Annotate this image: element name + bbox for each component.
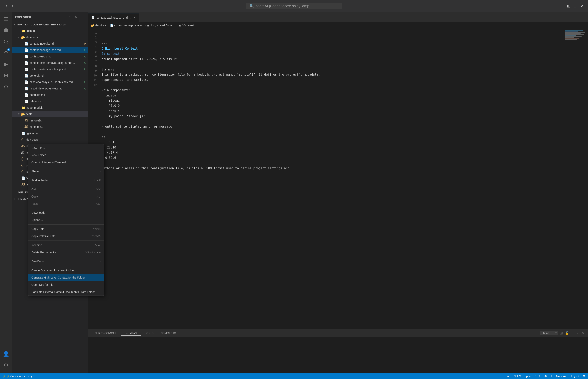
md-file-icon: 📄 [24,80,29,84]
misc-index-file[interactable]: 📄 misc-index-js-overview.md U [12,85,88,92]
breadcrumb-devdocs[interactable]: 📂 dev-docs [91,24,106,27]
context-package-badge: U [84,49,86,52]
collapse-button[interactable]: ⋯ [79,15,85,20]
tests-folder[interactable]: ▼ 📂 tests [12,111,88,117]
tests-folder-name: tests [26,112,86,116]
debug-console-tab[interactable]: DEBUG CONSOLE [91,331,120,335]
removeb-file[interactable]: JS removeB… [12,117,88,124]
split-view-button[interactable]: ⊞ [567,4,570,8]
maximize-button[interactable]: □ [573,4,576,8]
share-menu-item[interactable]: Share › [28,168,104,175]
general-filename: general.md [30,74,86,77]
misc-index-filename: misc-index-js-overview.md [30,87,83,90]
extensions-activity-icon[interactable]: ⊞ [1,70,11,80]
github-folder[interactable]: › 📁 .github [12,28,88,34]
code-editor[interactable]: 1234 5678 9101112 --- # High Level Conte… [88,29,564,329]
terminal-tab-bar: DEBUG CONSOLE TERMINAL PORTS COMMENTS Ta… [88,329,588,337]
remote-activity-icon[interactable]: ⊙ [1,81,11,92]
copy-menu-item[interactable]: Copy ⌘C [28,193,104,200]
settings-activity-icon[interactable]: ⚙ [1,360,11,370]
layout[interactable]: Layout: U.S. [571,375,586,378]
source-control-activity-icon[interactable]: 8 [1,48,11,58]
titlebar-search-bar[interactable]: 🔍 spriteAI [Codespaces: shiny lamp] [246,3,342,9]
context-index-file[interactable]: 📄 context-index.js.md M [12,40,88,47]
forward-button[interactable]: › [10,3,15,9]
chevron-right-icon: › [18,106,21,109]
new-file-button[interactable]: + [63,15,67,20]
sprite-test-file[interactable]: JS sprite.tes… [12,124,88,130]
open-terminal-menu-item[interactable]: Open in Integrated Terminal [28,159,104,166]
terminal-lock-button[interactable]: 🔒 [565,331,569,335]
populate-file[interactable]: 📄 populate.md [12,92,88,98]
terminal-close-button[interactable]: ✕ [582,331,585,335]
mini-line [565,35,576,36]
close-search-button[interactable]: ✕ [580,3,584,9]
copy-relative-path-menu-item[interactable]: Copy Relative Path ⇧⌥⌘C [28,233,104,240]
remote-status[interactable]: ⚡ ⚡ Codespaces: shiny la… [2,375,38,378]
breadcrumb-file[interactable]: 📄 context-package.json.md [110,24,143,27]
chevron-down-icon: ▼ [14,23,17,26]
terminal-more-button[interactable]: ⋯ [571,331,575,335]
context-tests-remove-filename: context-tests-removeBackground.t… [30,61,83,64]
tab-close-button[interactable]: ✕ [133,16,136,20]
explorer-activity-icon[interactable] [1,25,11,36]
open-doc-for-file-menu-item[interactable]: Open Doc for File [28,281,104,288]
reference-filename: reference [30,100,86,103]
new-folder-menu-item[interactable]: New Folder… [28,152,104,159]
mini-line [565,34,584,35]
generate-high-level-context-menu-item[interactable]: Generate High Level Context for the Fold… [28,274,104,281]
node-modules-folder[interactable]: › 📁 node_modul… [12,104,88,111]
tasks-dropdown[interactable]: Tasks [540,331,558,335]
cursor-position[interactable]: Ln 15, Col 21 [506,375,521,378]
workspace-root[interactable]: ▼ SPRITEAI [CODESPACES: SHINY LAMP] [12,21,88,28]
create-document-menu-item[interactable]: Create Document for current folder [28,267,104,274]
misc-cool-file[interactable]: 📄 misc-cool-ways-to-use-this-sdk.md U [12,79,88,85]
context-tests-remove-file[interactable]: 📄 context-tests-removeBackground.t… U [12,60,88,66]
ports-tab[interactable]: PORTS [141,331,157,335]
search-activity-icon[interactable] [1,36,11,47]
run-activity-icon[interactable]: ▶ [1,59,11,69]
gitignore-file[interactable]: 📄 .gitignore [12,130,88,137]
download-menu-item[interactable]: Download… [28,209,104,216]
menu-activity-icon[interactable]: ☰ [1,14,11,24]
new-folder-button[interactable]: ⊕ [68,15,72,20]
active-tab[interactable]: 📄 context-package.json.md U ✕ [88,13,139,22]
line-ending[interactable]: LF [550,375,553,378]
menu-separator [28,266,104,266]
copy-path-menu-item[interactable]: Copy Path ⌥⌘C [28,225,104,233]
md-file-icon: 📄 [24,74,29,78]
account-activity-icon[interactable]: 👤 [1,348,11,359]
context-package-file[interactable]: 📄 context-package.json.md U [12,47,88,53]
terminal-maximize-button[interactable]: ⤢ [577,331,580,335]
dev-docs-menu-item[interactable]: Dev-Docs › [28,258,104,265]
refresh-button[interactable]: ↻ [74,15,78,20]
devdocs-json-file[interactable]: {} dev-docs.… [12,137,88,143]
context-test-filename: context-test.js.md [30,55,83,58]
spaces[interactable]: Spaces: 3 [525,375,536,378]
populate-external-context-menu-item[interactable]: Populate External Context Documents From… [28,288,104,296]
encoding[interactable]: UTF-8 [539,375,547,378]
reference-file[interactable]: 📄 reference [12,98,88,104]
breadcrumb-heading1[interactable]: ⊞ # High Level Context [147,24,175,27]
context-test-file[interactable]: 📄 context-test.js.md U [12,53,88,60]
sidebar-title: EXPLORER [15,16,31,19]
find-in-folder-menu-item[interactable]: Find in Folder… ⇧⌥F [28,177,104,184]
comments-tab[interactable]: COMMENTS [158,331,179,335]
breadcrumb: 📂 dev-docs › 📄 context-package.json.md ›… [88,22,588,29]
terminal-tab[interactable]: TERMINAL [121,331,141,336]
devdocs-folder[interactable]: ▼ 📂 dev-docs [12,34,88,40]
terminal-split-button[interactable]: ⊞ [560,331,563,335]
delete-permanently-menu-item[interactable]: Delete Permanently ⌘Backspace [28,249,104,256]
mini-line [565,38,579,39]
terminal-area: DEBUG CONSOLE TERMINAL PORTS COMMENTS Ta… [88,329,588,373]
cut-menu-item[interactable]: Cut ⌘X [28,186,104,193]
language-mode[interactable]: Markdown [556,375,568,378]
upload-menu-item[interactable]: Upload… [28,216,104,223]
back-button[interactable]: ‹ [4,3,9,9]
general-file[interactable]: 📄 general.md [12,72,88,79]
code-line-partial-3: "1.0.0" [102,103,564,109]
rename-menu-item[interactable]: Rename… Enter [28,241,104,249]
breadcrumb-heading2[interactable]: ⊞ ## context [179,24,194,27]
context-tests-sprite-file[interactable]: 📄 context-tests-sprite.test.js.md U [12,66,88,72]
new-file-menu-item[interactable]: New File… [28,144,104,152]
